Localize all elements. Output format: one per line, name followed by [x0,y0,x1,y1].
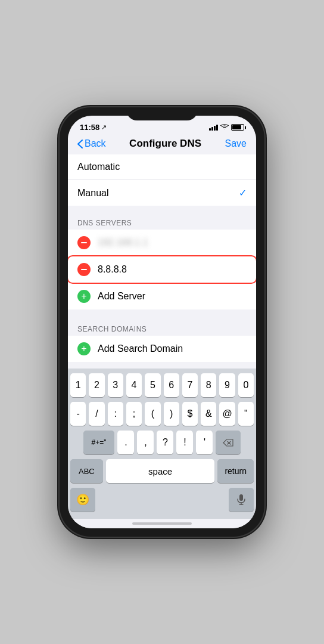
keyboard-row-bottom: ABC space return [70,459,254,483]
mode-manual-label: Manual [77,188,108,199]
remove-server-2-button[interactable] [77,263,91,276]
key-quote[interactable]: " [238,402,254,426]
location-icon: ↗ [101,123,107,131]
search-domains-header: SEARCH DOMAINS [68,321,256,336]
key-ampersand[interactable]: & [201,402,216,426]
key-more-symbols[interactable]: #+=" [83,431,115,454]
dns-servers-header: DNS SERVERS [68,215,256,230]
add-search-domain-label: Add Search Domain [98,343,183,354]
delete-key[interactable] [216,431,241,454]
mode-list: Automatic Manual ✓ [68,154,256,206]
key-dollar[interactable]: $ [182,402,198,426]
key-4[interactable]: 4 [126,373,142,397]
phone-screen: 11:58 ↗ [68,116,256,528]
page-title: Configure DNS [129,138,201,150]
phone-shell: 11:58 ↗ [60,107,264,537]
svg-rect-0 [239,494,243,501]
key-6[interactable]: 6 [164,373,179,397]
home-bar [132,522,192,525]
server-row-2[interactable]: 8.8.8.8 [68,256,256,283]
mode-automatic[interactable]: Automatic [68,154,256,180]
mode-manual[interactable]: Manual ✓ [68,180,256,206]
notch [126,107,198,120]
home-indicator [68,519,256,528]
wifi-icon [220,124,229,131]
mic-key[interactable] [229,488,254,512]
add-server-label: Add Server [98,291,145,302]
keyboard-row-symbols: - / : ; ( ) $ & @ " [70,402,254,426]
key-at[interactable]: @ [219,402,235,426]
search-domains-section: SEARCH DOMAINS Add Search Domain [68,321,256,362]
add-server-icon[interactable] [77,290,91,303]
dns-servers-section: DNS SERVERS 192.168.1.1 8.8.8.8 [68,215,256,309]
key-comma[interactable]: , [137,431,154,454]
remove-server-1-button[interactable] [77,236,91,249]
add-server-row[interactable]: Add Server [68,283,256,309]
key-question[interactable]: ? [157,431,173,454]
checkmark-icon: ✓ [239,187,247,199]
key-1[interactable]: 1 [70,373,86,397]
key-abc[interactable]: ABC [70,459,103,483]
mode-automatic-label: Automatic [77,162,120,172]
key-slash[interactable]: / [89,402,104,426]
key-8[interactable]: 8 [201,373,216,397]
key-apostrophe[interactable]: ' [196,431,213,454]
add-domain-icon[interactable] [77,342,91,355]
key-period[interactable]: . [117,431,134,454]
emoji-key[interactable]: 🙂 [70,488,95,512]
key-2[interactable]: 2 [89,373,104,397]
server-2-value[interactable]: 8.8.8.8 [98,264,247,275]
key-semicolon[interactable]: ; [126,402,142,426]
battery-icon [231,124,244,131]
back-label: Back [85,138,106,149]
keyboard-spacer [98,488,226,512]
server-list: 192.168.1.1 8.8.8.8 Add Server [68,230,256,309]
key-7[interactable]: 7 [182,373,198,397]
key-return[interactable]: return [217,459,254,483]
key-space[interactable]: space [106,459,215,483]
section-gap [68,309,256,321]
keyboard-row-numbers: 1 2 3 4 5 6 7 8 9 0 [70,373,254,397]
server-row-1: 192.168.1.1 [68,230,256,256]
key-colon[interactable]: : [108,402,123,426]
keyboard-row-special: #+=" . , ? ! ' [70,431,254,454]
search-domain-list: Add Search Domain [68,336,256,362]
key-9[interactable]: 9 [219,373,235,397]
save-button[interactable]: Save [225,138,247,149]
key-exclaim[interactable]: ! [176,431,193,454]
back-button[interactable]: Back [77,138,106,149]
signal-icon [209,125,218,131]
key-open-paren[interactable]: ( [145,402,160,426]
bottom-gap [68,362,256,369]
status-time: 11:58 [80,123,99,132]
server-1-value: 192.168.1.1 [98,237,148,248]
key-close-paren[interactable]: ) [164,402,179,426]
nav-bar: Back Configure DNS Save [68,134,256,154]
key-dash[interactable]: - [70,402,86,426]
keyboard: 1 2 3 4 5 6 7 8 9 0 - / : ; ( ) $ & [68,369,256,519]
status-icons [209,124,244,131]
key-0[interactable]: 0 [238,373,254,397]
key-3[interactable]: 3 [108,373,123,397]
content-area: Automatic Manual ✓ DNS SERVERS 192.168.1… [68,154,256,369]
keyboard-row-emoji: 🙂 [70,488,254,512]
add-search-domain-row[interactable]: Add Search Domain [68,336,256,362]
key-5[interactable]: 5 [145,373,160,397]
